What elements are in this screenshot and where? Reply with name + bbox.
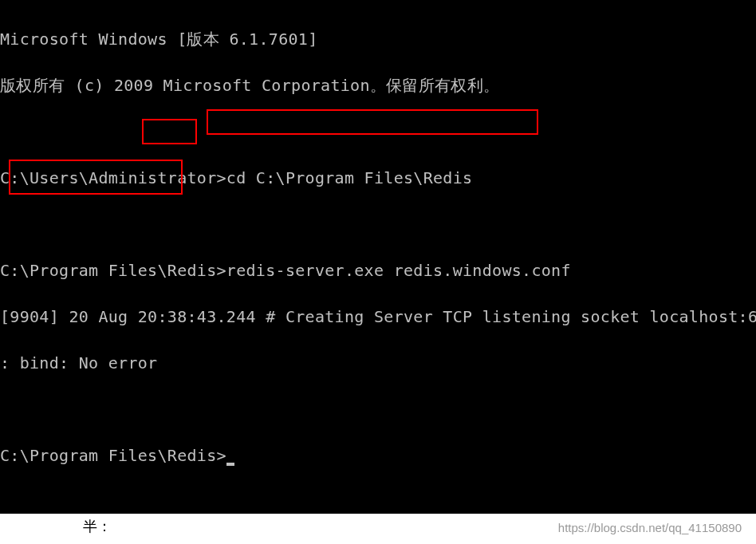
current-prompt-line[interactable]: C:\Program Files\Redis> bbox=[0, 444, 756, 467]
blank-line bbox=[0, 120, 756, 144]
footer-partial-text: 半： bbox=[80, 517, 115, 536]
copyright-line: 版权所有 (c) 2009 Microsoft Corporation。保留所有… bbox=[0, 74, 756, 97]
prompt-users: C:\Users\Administrator> bbox=[0, 168, 226, 187]
terminal-output[interactable]: Microsoft Windows [版本 6.1.7601] 版权所有 (c)… bbox=[0, 5, 756, 491]
redis-command-line: C:\Program Files\Redis>redis-server.exe … bbox=[0, 259, 756, 282]
log-output-line: [9904] 20 Aug 20:38:43.244 # Creating Se… bbox=[0, 306, 756, 329]
cd-command: cd C:\Program Files\Redis bbox=[226, 168, 473, 187]
bind-error-line: : bind: No error bbox=[0, 352, 756, 375]
blank-line bbox=[0, 398, 756, 421]
version-line: Microsoft Windows [版本 6.1.7601] bbox=[0, 28, 756, 51]
prompt-redis-current: C:\Program Files\Redis> bbox=[0, 446, 226, 465]
cursor-icon bbox=[226, 463, 234, 466]
watermark-text: https://blog.csdn.net/qq_41150890 bbox=[558, 521, 742, 534]
prompt-redis: C:\Program Files\Redis> bbox=[0, 261, 226, 280]
cd-command-line: C:\Users\Administrator>cd C:\Program Fil… bbox=[0, 167, 756, 190]
blank-line bbox=[0, 213, 756, 236]
redis-server-command: redis-server.exe redis.windows.conf bbox=[226, 261, 571, 280]
